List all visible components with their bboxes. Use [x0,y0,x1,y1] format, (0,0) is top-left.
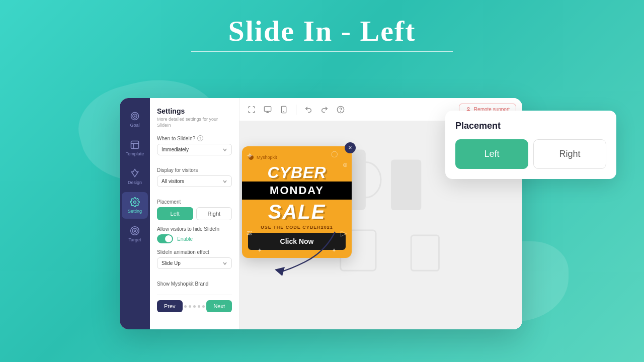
dot-2 [189,305,191,308]
allow-hide-label: Allow visitors to hide SlideIn [157,226,232,232]
svg-point-8 [132,228,137,233]
goal-icon [130,111,140,121]
popup-header: Myshopkit [248,154,346,160]
show-brand-label: Show Myshopkit Brand [157,281,232,287]
placement-right-button[interactable]: Right [196,207,232,220]
toolbar-divider-1 [296,105,296,115]
pagination-dots [184,305,205,308]
design-icon [130,168,140,178]
sidebar-label-design: Design [128,180,142,185]
toggle-row: Enable [157,234,232,243]
popup-close-button[interactable]: × [345,142,356,153]
placement-group: Placement Left Right [157,199,232,220]
when-to-slidein-help-icon[interactable]: ? [197,135,203,141]
mobile-icon[interactable] [278,104,290,116]
animation-group: SlideIn animation effect Slide Up Slide … [157,249,232,275]
display-visitors-group: Display for visitors All visitors New vi… [157,167,232,193]
next-button[interactable]: Next [206,300,232,312]
dot-5 [202,305,205,308]
setting-icon [130,197,140,207]
when-to-slidein-group: When to SlideIn? ? Immediately On scroll… [157,135,232,161]
toggle-enable-label: Enable [177,236,193,242]
popup-brand: Myshopkit [257,155,277,160]
animation-select[interactable]: Slide Up Slide Down Fade In [157,257,232,269]
target-icon [130,226,140,236]
dot-3 [193,305,196,308]
sidebar-item-goal[interactable]: Goal [122,106,148,133]
brand-icon [248,154,254,160]
popup-sale-text: SALE [248,202,346,222]
placement-card-left-button[interactable]: Left [455,139,528,169]
title-underline [191,51,453,52]
prev-button[interactable]: Prev [157,300,183,312]
sidebar-item-target[interactable]: Target [122,221,148,247]
placement-card-right-button[interactable]: Right [533,139,606,169]
animation-label: SlideIn animation effect [157,249,232,255]
sidebar-item-design[interactable]: Design [122,163,148,190]
placement-card-title: Placement [455,121,606,131]
bottom-nav: Prev Next [157,295,232,312]
svg-rect-19 [391,160,421,210]
settings-panel: Settings More detailed settings for your… [150,98,239,329]
display-visitors-select[interactable]: All visitors New visitors Returning visi… [157,175,232,187]
dot-4 [198,305,200,308]
popup-cta-button[interactable]: Click Now [248,233,346,250]
sidebar-label-goal: Goal [130,123,139,128]
page-title: Slide In - Left [0,0,644,48]
popup-cyber-text: CYBER [248,164,346,180]
popup-card: ✦ ◯ ≋ ▷ ✦ ✦ ⊕ × Myshopkit CYBER MONDAY S… [242,146,352,258]
when-to-slidein-label: When to SlideIn? ? [157,135,232,141]
svg-point-2 [134,116,135,117]
svg-point-6 [134,201,136,204]
svg-rect-3 [131,141,139,149]
redo-icon[interactable] [318,104,331,116]
svg-point-17 [467,107,469,109]
sidebar-label-template: Template [126,151,144,156]
placement-buttons: Left Right [157,207,232,220]
display-visitors-label: Display for visitors [157,167,232,173]
help-icon[interactable] [335,104,347,116]
desktop-icon[interactable] [262,104,274,116]
sidebar-label-setting: Setting [128,209,142,214]
placement-card: Placement Left Right [445,111,616,179]
settings-title: Settings [157,107,232,115]
fullscreen-icon[interactable] [246,104,258,116]
popup-code-text: USE THE CODE CYBER2021 [248,225,346,230]
placement-label: Placement [157,199,232,205]
sidebar-item-setting[interactable]: Setting [122,192,148,219]
sidebar-item-template[interactable]: Template [122,135,148,161]
placement-card-buttons: Left Right [455,139,606,169]
svg-rect-10 [264,107,271,111]
placement-left-button[interactable]: Left [157,207,193,220]
allow-hide-toggle[interactable] [157,234,173,243]
dot-1 [184,305,187,308]
svg-point-23 [249,155,254,160]
allow-hide-group: Allow visitors to hide SlideIn Enable [157,226,232,243]
popup-monday-text: MONDAY [242,182,352,200]
sidebar-label-target: Target [128,237,141,242]
sidebar: Goal Template Design Setting [120,98,150,329]
when-to-slidein-select[interactable]: Immediately On scroll On exit intent [157,144,232,155]
settings-subtitle: More detailed settings for your SlideIn [157,117,232,128]
undo-icon[interactable] [302,104,314,116]
svg-rect-21 [411,235,439,270]
template-icon [130,140,140,150]
svg-point-7 [131,227,139,235]
svg-point-9 [134,230,135,231]
